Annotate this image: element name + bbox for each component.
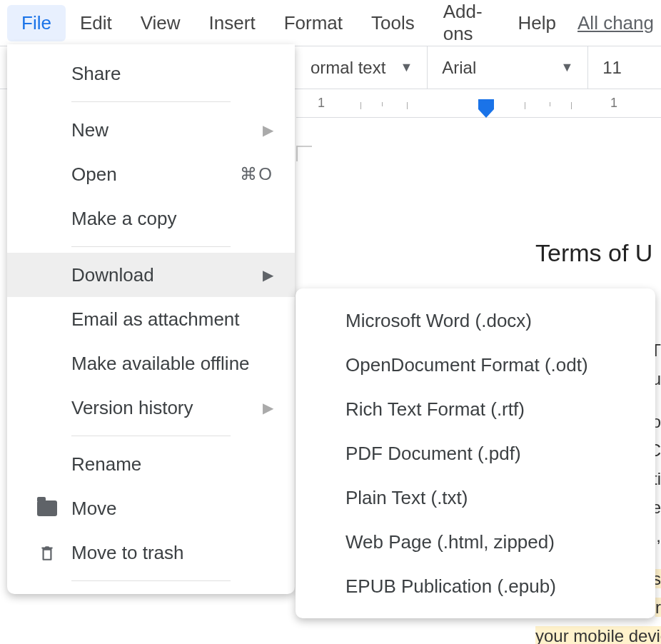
trash-icon [36,541,59,564]
horizontal-ruler[interactable]: 1 1 [296,89,661,118]
menu-file[interactable]: File [7,5,66,41]
folder-icon [36,497,59,520]
paragraph-style-label: ormal text [311,58,385,78]
menu-help[interactable]: Help [504,5,570,41]
save-status[interactable]: All chang [577,12,654,34]
caret-down-icon: ▼ [560,60,573,75]
file-menu-dropdown: Share New ▶ Open ⌘O Make a copy Download… [7,44,295,594]
menu-separator [71,246,231,247]
chevron-right-icon: ▶ [263,399,273,416]
file-download[interactable]: Download ▶ [7,253,295,297]
file-open[interactable]: Open ⌘O [7,152,295,196]
menu-tools[interactable]: Tools [357,5,429,41]
menu-format[interactable]: Format [270,5,357,41]
main-menubar: File Edit View Insert Format Tools Add-o… [0,0,661,46]
file-move[interactable]: Move [7,486,295,530]
ruler-tick: 1 [610,96,617,111]
file-available-offline[interactable]: Make available offline [7,341,295,386]
menu-separator [71,101,231,102]
menu-separator [71,580,231,581]
caret-down-icon: ▼ [400,60,413,75]
file-version-history[interactable]: Version history ▶ [7,386,295,430]
menu-addons[interactable]: Add-ons [429,0,504,52]
indent-triangle-icon[interactable] [478,109,494,118]
file-share[interactable]: Share [7,51,295,96]
download-html[interactable]: Web Page (.html, zipped) [296,520,655,564]
font-size-value: 11 [602,58,622,78]
download-pdf[interactable]: PDF Document (.pdf) [296,431,655,476]
download-txt[interactable]: Plain Text (.txt) [296,476,655,520]
file-new[interactable]: New ▶ [7,108,295,152]
font-family-select[interactable]: Arial ▼ [428,46,588,89]
file-move-to-trash[interactable]: Move to trash [7,530,295,575]
chevron-right-icon: ▶ [263,266,273,283]
download-submenu: Microsoft Word (.docx) OpenDocument Form… [296,288,655,618]
menu-edit[interactable]: Edit [66,5,126,41]
keyboard-shortcut: ⌘O [240,164,273,184]
file-email-attachment[interactable]: Email as attachment [7,297,295,341]
page-corner [296,146,312,161]
download-docx[interactable]: Microsoft Word (.docx) [296,298,655,343]
font-family-label: Arial [442,58,476,78]
indent-marker-icon[interactable] [478,99,494,109]
menu-separator [71,436,231,436]
document-title: Terms of U [535,239,661,267]
download-epub[interactable]: EPUB Publication (.epub) [296,564,655,608]
file-rename[interactable]: Rename [7,442,295,486]
menu-insert[interactable]: Insert [195,5,270,41]
download-rtf[interactable]: Rich Text Format (.rtf) [296,387,655,431]
menu-view[interactable]: View [126,5,195,41]
ruler-tick: 1 [318,96,325,111]
highlighted-text: your mobile device] [535,626,661,644]
font-size-select[interactable]: 11 [588,46,636,89]
download-odt[interactable]: OpenDocument Format (.odt) [296,343,655,387]
file-make-copy[interactable]: Make a copy [7,196,295,241]
chevron-right-icon: ▶ [263,121,273,139]
paragraph-style-select[interactable]: ormal text ▼ [296,46,428,89]
